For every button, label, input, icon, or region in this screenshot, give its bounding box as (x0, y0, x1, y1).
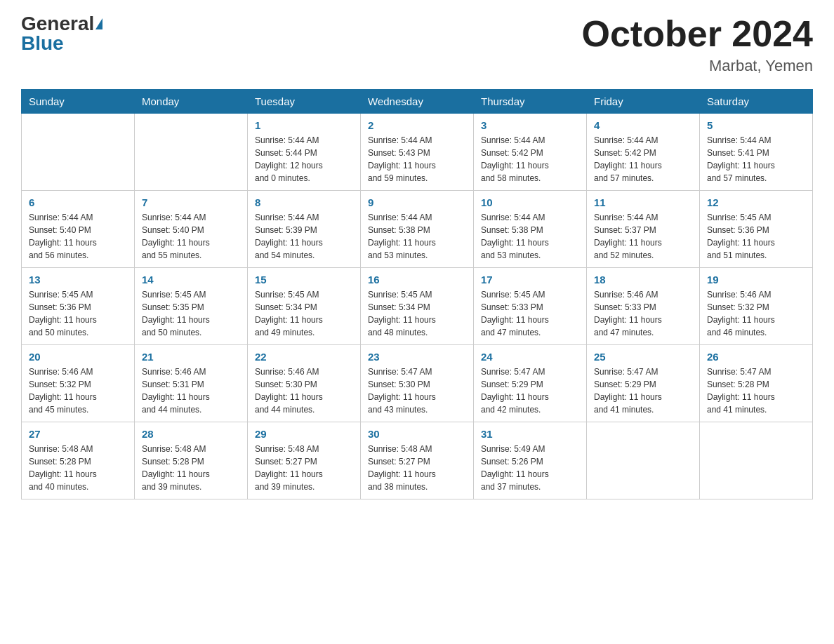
day-number: 18 (594, 274, 692, 286)
calendar-cell: 26Sunrise: 5:47 AMSunset: 5:28 PMDayligh… (700, 345, 813, 422)
day-number: 23 (368, 351, 466, 363)
day-of-week-header: Thursday (474, 90, 587, 114)
page-header: General Blue October 2024 Marbat, Yemen (21, 14, 813, 75)
calendar-cell: 2Sunrise: 5:44 AMSunset: 5:43 PMDaylight… (361, 114, 474, 191)
calendar-cell: 23Sunrise: 5:47 AMSunset: 5:30 PMDayligh… (361, 345, 474, 422)
day-of-week-header: Wednesday (361, 90, 474, 114)
day-info: Sunrise: 5:46 AMSunset: 5:33 PMDaylight:… (594, 288, 692, 339)
day-number: 20 (29, 351, 127, 363)
calendar-cell: 24Sunrise: 5:47 AMSunset: 5:29 PMDayligh… (474, 345, 587, 422)
calendar-cell: 8Sunrise: 5:44 AMSunset: 5:39 PMDaylight… (248, 191, 361, 268)
day-info: Sunrise: 5:47 AMSunset: 5:30 PMDaylight:… (368, 365, 466, 416)
day-number: 25 (594, 351, 692, 363)
day-info: Sunrise: 5:48 AMSunset: 5:28 PMDaylight:… (29, 443, 127, 493)
logo-blue-text: Blue (21, 34, 64, 53)
day-number: 16 (368, 274, 466, 286)
calendar-cell: 14Sunrise: 5:45 AMSunset: 5:35 PMDayligh… (135, 268, 248, 345)
calendar-header-row: SundayMondayTuesdayWednesdayThursdayFrid… (22, 90, 813, 114)
day-number: 10 (481, 196, 579, 208)
day-info: Sunrise: 5:49 AMSunset: 5:26 PMDaylight:… (481, 443, 579, 493)
title-area: October 2024 Marbat, Yemen (582, 14, 814, 75)
day-info: Sunrise: 5:44 AMSunset: 5:42 PMDaylight:… (594, 134, 692, 185)
calendar-cell: 15Sunrise: 5:45 AMSunset: 5:34 PMDayligh… (248, 268, 361, 345)
day-info: Sunrise: 5:44 AMSunset: 5:41 PMDaylight:… (707, 134, 805, 185)
day-info: Sunrise: 5:46 AMSunset: 5:31 PMDaylight:… (142, 365, 240, 416)
day-number: 17 (481, 274, 579, 286)
day-info: Sunrise: 5:47 AMSunset: 5:28 PMDaylight:… (707, 365, 805, 416)
day-of-week-header: Friday (587, 90, 700, 114)
day-info: Sunrise: 5:45 AMSunset: 5:36 PMDaylight:… (29, 288, 127, 339)
day-number: 13 (29, 274, 127, 286)
day-number: 24 (481, 351, 579, 363)
calendar-week-row: 6Sunrise: 5:44 AMSunset: 5:40 PMDaylight… (22, 191, 813, 268)
calendar-cell: 9Sunrise: 5:44 AMSunset: 5:38 PMDaylight… (361, 191, 474, 268)
day-number: 2 (368, 119, 466, 131)
day-number: 8 (255, 196, 353, 208)
day-number: 30 (368, 428, 466, 440)
calendar-cell: 6Sunrise: 5:44 AMSunset: 5:40 PMDaylight… (22, 191, 135, 268)
day-info: Sunrise: 5:44 AMSunset: 5:43 PMDaylight:… (368, 134, 466, 185)
calendar-cell: 7Sunrise: 5:44 AMSunset: 5:40 PMDaylight… (135, 191, 248, 268)
day-number: 7 (142, 196, 240, 208)
calendar-cell: 18Sunrise: 5:46 AMSunset: 5:33 PMDayligh… (587, 268, 700, 345)
logo-general-text: General (21, 14, 94, 34)
day-info: Sunrise: 5:45 AMSunset: 5:34 PMDaylight:… (255, 288, 353, 339)
calendar-cell: 11Sunrise: 5:44 AMSunset: 5:37 PMDayligh… (587, 191, 700, 268)
calendar-cell: 25Sunrise: 5:47 AMSunset: 5:29 PMDayligh… (587, 345, 700, 422)
day-number: 26 (707, 351, 805, 363)
day-info: Sunrise: 5:48 AMSunset: 5:28 PMDaylight:… (142, 443, 240, 493)
day-number: 9 (368, 196, 466, 208)
logo: General Blue (21, 14, 102, 53)
calendar-cell (22, 114, 135, 191)
calendar-cell: 4Sunrise: 5:44 AMSunset: 5:42 PMDaylight… (587, 114, 700, 191)
location-label: Marbat, Yemen (582, 57, 814, 75)
calendar-cell: 1Sunrise: 5:44 AMSunset: 5:44 PMDaylight… (248, 114, 361, 191)
day-number: 14 (142, 274, 240, 286)
day-number: 31 (481, 428, 579, 440)
day-info: Sunrise: 5:48 AMSunset: 5:27 PMDaylight:… (255, 443, 353, 493)
day-info: Sunrise: 5:45 AMSunset: 5:36 PMDaylight:… (707, 211, 805, 262)
day-number: 6 (29, 196, 127, 208)
calendar-cell (135, 114, 248, 191)
calendar-cell: 5Sunrise: 5:44 AMSunset: 5:41 PMDaylight… (700, 114, 813, 191)
day-info: Sunrise: 5:46 AMSunset: 5:32 PMDaylight:… (29, 365, 127, 416)
calendar-week-row: 20Sunrise: 5:46 AMSunset: 5:32 PMDayligh… (22, 345, 813, 422)
calendar-table: SundayMondayTuesdayWednesdayThursdayFrid… (21, 89, 813, 499)
day-number: 15 (255, 274, 353, 286)
day-info: Sunrise: 5:44 AMSunset: 5:40 PMDaylight:… (29, 211, 127, 262)
calendar-cell: 12Sunrise: 5:45 AMSunset: 5:36 PMDayligh… (700, 191, 813, 268)
calendar-cell: 20Sunrise: 5:46 AMSunset: 5:32 PMDayligh… (22, 345, 135, 422)
calendar-cell: 17Sunrise: 5:45 AMSunset: 5:33 PMDayligh… (474, 268, 587, 345)
day-info: Sunrise: 5:44 AMSunset: 5:44 PMDaylight:… (255, 134, 353, 185)
day-number: 1 (255, 119, 353, 131)
day-info: Sunrise: 5:47 AMSunset: 5:29 PMDaylight:… (594, 365, 692, 416)
calendar-cell: 3Sunrise: 5:44 AMSunset: 5:42 PMDaylight… (474, 114, 587, 191)
day-number: 19 (707, 274, 805, 286)
month-title: October 2024 (582, 14, 814, 54)
day-of-week-header: Tuesday (248, 90, 361, 114)
day-number: 3 (481, 119, 579, 131)
calendar-cell: 19Sunrise: 5:46 AMSunset: 5:32 PMDayligh… (700, 268, 813, 345)
calendar-cell: 28Sunrise: 5:48 AMSunset: 5:28 PMDayligh… (135, 422, 248, 499)
day-number: 11 (594, 196, 692, 208)
day-info: Sunrise: 5:44 AMSunset: 5:38 PMDaylight:… (368, 211, 466, 262)
day-info: Sunrise: 5:47 AMSunset: 5:29 PMDaylight:… (481, 365, 579, 416)
calendar-cell: 22Sunrise: 5:46 AMSunset: 5:30 PMDayligh… (248, 345, 361, 422)
calendar-cell: 13Sunrise: 5:45 AMSunset: 5:36 PMDayligh… (22, 268, 135, 345)
calendar-cell: 27Sunrise: 5:48 AMSunset: 5:28 PMDayligh… (22, 422, 135, 499)
day-info: Sunrise: 5:44 AMSunset: 5:37 PMDaylight:… (594, 211, 692, 262)
day-number: 12 (707, 196, 805, 208)
day-info: Sunrise: 5:45 AMSunset: 5:35 PMDaylight:… (142, 288, 240, 339)
day-number: 5 (707, 119, 805, 131)
day-number: 29 (255, 428, 353, 440)
calendar-week-row: 1Sunrise: 5:44 AMSunset: 5:44 PMDaylight… (22, 114, 813, 191)
day-info: Sunrise: 5:44 AMSunset: 5:40 PMDaylight:… (142, 211, 240, 262)
calendar-week-row: 27Sunrise: 5:48 AMSunset: 5:28 PMDayligh… (22, 422, 813, 499)
day-number: 28 (142, 428, 240, 440)
day-info: Sunrise: 5:44 AMSunset: 5:38 PMDaylight:… (481, 211, 579, 262)
day-of-week-header: Sunday (22, 90, 135, 114)
day-info: Sunrise: 5:45 AMSunset: 5:33 PMDaylight:… (481, 288, 579, 339)
day-info: Sunrise: 5:44 AMSunset: 5:39 PMDaylight:… (255, 211, 353, 262)
day-info: Sunrise: 5:45 AMSunset: 5:34 PMDaylight:… (368, 288, 466, 339)
calendar-cell: 10Sunrise: 5:44 AMSunset: 5:38 PMDayligh… (474, 191, 587, 268)
